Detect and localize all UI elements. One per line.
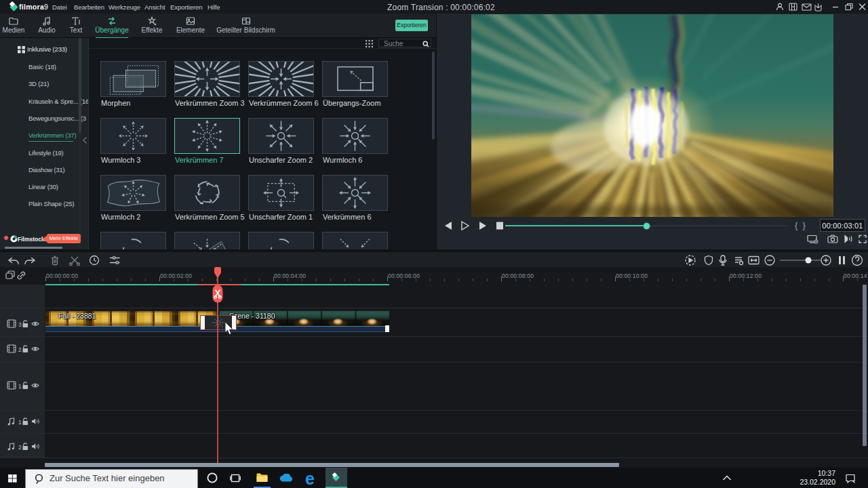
svg-text:2: 2 [18,346,22,353]
svg-text:3: 3 [18,321,22,328]
svg-text:2: 2 [18,444,22,451]
svg-text:1: 1 [18,419,22,426]
svg-text:1: 1 [18,383,22,390]
